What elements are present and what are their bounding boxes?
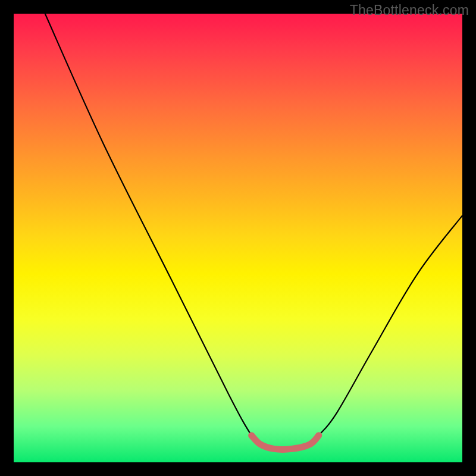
bottleneck-curve: [45, 14, 462, 449]
chart-frame: TheBottleneck.com: [0, 0, 476, 476]
valley-highlight: [252, 436, 319, 450]
chart-svg: [14, 14, 462, 462]
watermark-text: TheBottleneck.com: [350, 2, 469, 18]
plot-area: [14, 14, 462, 462]
